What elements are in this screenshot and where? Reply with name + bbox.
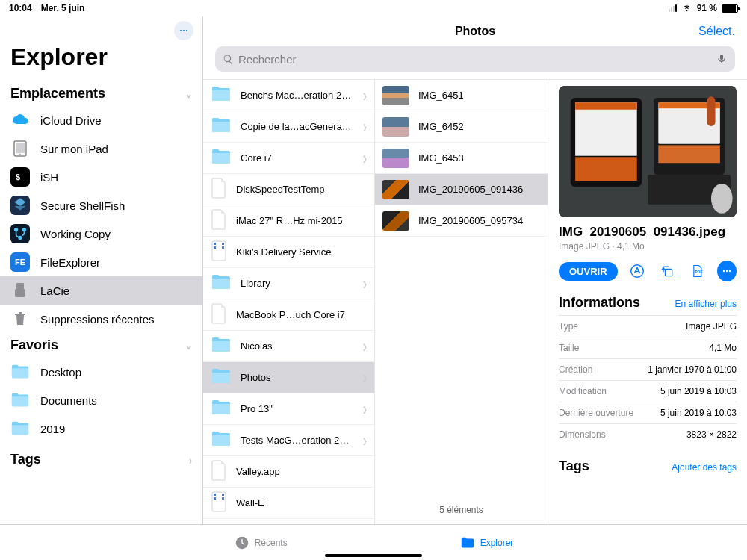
folder-icon (459, 535, 476, 551)
list-item[interactable]: DiskSpeedTestTemp (203, 174, 374, 205)
item-label: IMG_6453 (418, 152, 464, 164)
search-icon (223, 54, 234, 65)
fe-icon: FE (10, 252, 30, 272)
folder-icon (10, 391, 30, 410)
info-row: Modification5 juin 2019 à 10:03 (559, 380, 737, 402)
list-item[interactable]: iMac 27" R…Hz mi-2015 (203, 205, 374, 237)
thumbnail (382, 149, 409, 168)
item-label: Pro 13" (241, 403, 273, 414)
sidebar-fav-documents[interactable]: Documents (0, 386, 202, 414)
file-title: IMG_20190605_091436.jpeg (559, 225, 737, 240)
item-label: IMG_20190605_095734 (418, 215, 523, 226)
sidebar: Explorer Emplacements ⌄ iCloud DriveSur … (0, 16, 203, 524)
open-button[interactable]: OUVRIR (559, 262, 618, 281)
svg-rect-20 (222, 497, 224, 500)
info-row: Dimensions3823 × 2822 (559, 423, 737, 445)
chevron-right-icon: › (189, 453, 192, 467)
add-tags-link[interactable]: Ajouter des tags (672, 462, 737, 473)
sidebar-item-icloud-drive[interactable]: iCloud Drive (0, 106, 202, 134)
chevron-down-icon: ⌄ (185, 87, 192, 102)
home-indicator[interactable] (325, 554, 422, 557)
show-more-link[interactable]: En afficher plus (675, 299, 737, 309)
file-icon (211, 303, 227, 326)
search-bar[interactable] (215, 46, 735, 72)
battery-icon (722, 4, 738, 13)
info-value: 5 juin 2019 à 10:03 (660, 408, 737, 418)
list-item[interactable]: Pro 13"› (203, 393, 374, 425)
column-2[interactable]: IMG_6451IMG_6452IMG_6453IMG_20190605_091… (375, 80, 548, 524)
more-actions-icon[interactable] (717, 261, 737, 281)
list-item[interactable]: Benchs Mac…eration 2011› (203, 80, 374, 111)
item-label: Tests MacG…eration 2014 (241, 435, 354, 446)
select-button[interactable]: Sélect. (690, 25, 735, 38)
sidebar-item-working-copy[interactable]: Working Copy (0, 220, 202, 248)
locations-header[interactable]: Emplacements ⌄ (0, 81, 202, 106)
markup-icon[interactable] (628, 261, 648, 281)
preview-image[interactable] (559, 86, 737, 217)
item-label: IMG_6451 (418, 90, 464, 101)
page-title: Photos (260, 25, 690, 38)
list-item[interactable]: Valley.app (203, 456, 374, 488)
sidebar-title: Explorer (0, 21, 202, 81)
list-item[interactable]: Tests MacG…eration 2014› (203, 425, 374, 456)
list-item[interactable]: Wall-E (203, 488, 374, 519)
list-item[interactable]: MacBook P…uch Core i7 (203, 299, 374, 331)
sidebar-fav-2019[interactable]: 2019 (0, 414, 202, 443)
list-item[interactable]: Kiki's Delivery Service (203, 237, 374, 268)
thumbnail (382, 117, 409, 137)
rotate-icon[interactable] (657, 261, 677, 281)
thumbnail (382, 86, 409, 105)
tags-heading: Tags (559, 458, 589, 474)
info-row: TypeImage JPEG (559, 315, 737, 337)
sidebar-fav-desktop[interactable]: Desktop (0, 358, 202, 386)
sidebar-item-label: Secure ShellFish (40, 199, 125, 212)
file-icon (211, 209, 227, 232)
chevron-down-icon: ⌄ (185, 338, 192, 353)
sidebar-item-sur-mon-ipad[interactable]: Sur mon iPad (0, 134, 202, 163)
tab-browse[interactable]: Explorer (459, 535, 514, 551)
tab-bar: Récents Explorer (0, 524, 747, 560)
item-label: IMG_6452 (418, 121, 464, 132)
sidebar-item-lacie[interactable]: LaCie (0, 276, 202, 305)
sidebar-item-label: iSH (40, 171, 58, 184)
sidebar-item-suppressions-r-centes[interactable]: Suppressions récentes (0, 305, 202, 333)
search-input[interactable] (238, 53, 711, 66)
sidebar-item-secure-shellfish[interactable]: Secure ShellFish (0, 191, 202, 220)
column-1[interactable]: Benchs Mac…eration 2011›Copie de la…acGe… (203, 80, 375, 524)
sidebar-item-ish[interactable]: $_iSH (0, 163, 202, 191)
info-heading: Informations (559, 295, 640, 311)
list-item[interactable]: IMG_6453 (375, 143, 548, 174)
list-item[interactable]: IMG_20190605_091436 (375, 174, 548, 205)
list-item[interactable]: IMG_6452 (375, 111, 548, 143)
info-value: 4,1 Mo (709, 343, 737, 353)
tags-header[interactable]: Tags › (0, 447, 202, 472)
svg-rect-9 (16, 283, 24, 289)
ipad-icon (10, 139, 30, 158)
sidebar-more-button[interactable] (174, 21, 193, 40)
list-item[interactable]: Core i7› (203, 143, 374, 174)
list-item[interactable]: IMG_20190605_095734 (375, 205, 548, 237)
favorites-header[interactable]: Favoris ⌄ (0, 333, 202, 358)
item-label: Valley.app (236, 466, 280, 477)
list-item[interactable]: Nicolas› (203, 331, 374, 362)
svg-rect-29 (575, 102, 637, 110)
info-key: Type (559, 321, 578, 332)
sidebar-item-fileexplorer[interactable]: FEFileExplorer (0, 248, 202, 276)
list-item[interactable]: Library› (203, 268, 374, 299)
item-label: Wall-E (236, 497, 264, 508)
list-item[interactable]: Photos› (203, 362, 374, 393)
list-item[interactable]: IMG_6451 (375, 80, 548, 111)
info-value: 3823 × 2822 (686, 429, 737, 440)
battery-pct: 91 % (697, 3, 717, 13)
folder-icon (10, 419, 30, 438)
list-item[interactable]: Copie de la…acGeneration› (203, 111, 374, 143)
item-label: Kiki's Delivery Service (236, 246, 331, 258)
usb-icon (10, 281, 30, 300)
pdf-icon[interactable]: PDF (687, 261, 707, 281)
svg-point-5 (19, 154, 21, 155)
mic-icon[interactable] (716, 53, 728, 65)
chevron-right-icon: › (363, 273, 367, 293)
signal-icon (669, 4, 677, 12)
chevron-right-icon: › (363, 148, 367, 168)
tab-recents[interactable]: Récents (234, 535, 288, 551)
